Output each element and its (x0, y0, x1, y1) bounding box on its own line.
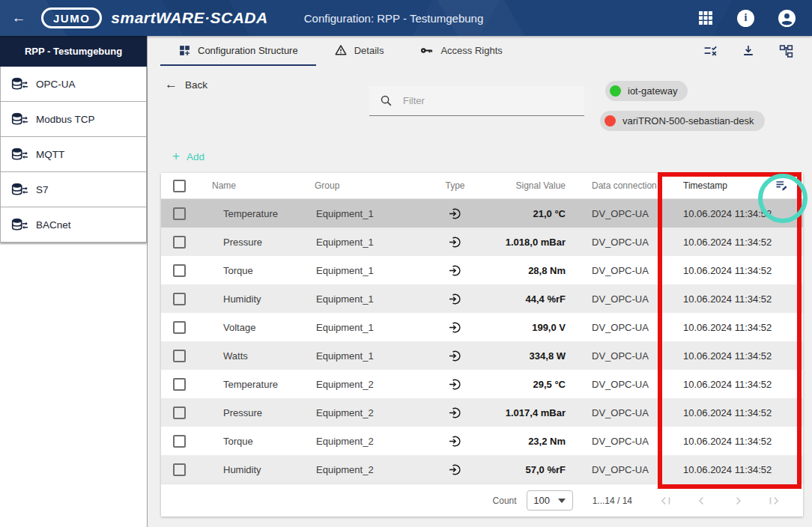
row-timestamp: 10.06.2024 11:34:52 (670, 407, 803, 418)
filter-input[interactable] (403, 95, 553, 106)
count-select[interactable]: 100 (527, 490, 573, 511)
row-checkbox[interactable] (173, 378, 186, 391)
tab-details[interactable]: Details (316, 36, 402, 66)
back-button[interactable]: ← Back (165, 77, 207, 92)
status-chip-iot-gateway[interactable]: iot-gateway (605, 81, 688, 101)
count-label: Count (493, 496, 517, 506)
table-row[interactable]: Torque Equipment_1 28,8 Nm DV_OPC-UA 10.… (161, 256, 803, 284)
apps-grid-icon[interactable] (698, 10, 713, 25)
table-row[interactable]: Humidity Equipment_1 44,4 %rF DV_OPC-UA … (161, 284, 803, 313)
select-all-checkbox[interactable] (173, 180, 186, 192)
row-checkbox[interactable] (173, 207, 186, 220)
page-range: 1...14 / 14 (593, 496, 632, 506)
sidebar-item-label: OPC-UA (36, 79, 76, 90)
input-signal-icon (419, 207, 491, 221)
column-header-data-connection[interactable]: Data connection (577, 180, 670, 191)
row-signal-value: 1.018,0 mBar (491, 237, 577, 248)
tab-access-rights[interactable]: Access Rights (402, 36, 520, 66)
table-row[interactable]: Temperature Equipment_1 21,0 °C DV_OPC-U… (161, 199, 803, 228)
table-row[interactable]: Watts Equipment_1 334,8 W DV_OPC-UA 10.0… (161, 341, 803, 370)
row-checkbox[interactable] (173, 321, 186, 334)
row-group: Equipment_1 (315, 293, 419, 305)
row-timestamp: 10.06.2024 11:34:52 (670, 322, 803, 333)
row-checkbox[interactable] (173, 463, 186, 476)
tab-label: Access Rights (440, 45, 502, 56)
last-page-icon[interactable] (767, 494, 781, 508)
status-chip-varitron[interactable]: variTRON-500-sebastian-desk (600, 111, 765, 131)
data-connection-icon (11, 147, 28, 162)
chip-label: iot-gateway (628, 85, 677, 97)
row-signal-value: 57,0 %rF (491, 464, 577, 475)
signals-table: Name Group Type Signal Value Data connec… (161, 173, 803, 517)
sidebar-item-bacnet[interactable]: BACnet (0, 207, 147, 243)
row-timestamp: 10.06.2024 11:34:52 (670, 436, 803, 447)
rule-checklist-icon[interactable] (703, 43, 718, 59)
back-arrow-icon: ← (165, 77, 178, 92)
status-dot-red (605, 115, 616, 127)
row-group: Equipment_2 (315, 407, 419, 418)
warning-icon (334, 43, 348, 57)
input-signal-icon (419, 434, 491, 448)
tab-configuration-structure[interactable]: Configuration Structure (160, 36, 316, 66)
row-name: Pressure (212, 407, 315, 418)
tab-bar: Configuration Structure Details Access R… (148, 36, 812, 66)
table-row[interactable]: Humidity Equipment_2 57,0 %rF DV_OPC-UA … (161, 455, 803, 484)
input-signal-icon (419, 463, 491, 477)
sidebar-item-mqtt[interactable]: MQTT (0, 137, 147, 172)
table-row[interactable]: Voltage Equipment_1 199,0 V DV_OPC-UA 10… (161, 313, 803, 341)
jumo-logo: JUMO (41, 7, 102, 28)
table-row[interactable]: Pressure Equipment_1 1.018,0 mBar DV_OPC… (161, 228, 803, 256)
first-page-icon[interactable] (659, 494, 673, 508)
filter-field[interactable] (369, 86, 584, 116)
column-header-name[interactable]: Name (212, 180, 315, 191)
row-checkbox[interactable] (173, 435, 186, 448)
add-label: Add (187, 151, 204, 162)
data-connection-icon (11, 218, 28, 232)
row-checkbox[interactable] (173, 293, 186, 305)
input-signal-icon (419, 349, 491, 363)
row-name: Humidity (212, 464, 315, 475)
edit-columns-icon[interactable] (775, 178, 790, 193)
row-signal-value: 1.017,4 mBar (491, 407, 577, 418)
download-icon[interactable] (741, 43, 756, 58)
chip-label: variTRON-500-sebastian-desk (622, 115, 754, 127)
row-checkbox[interactable] (173, 350, 186, 362)
product-name: smartWARE·SCADA (111, 9, 267, 27)
table-row[interactable]: Pressure Equipment_2 1.017,4 mBar DV_OPC… (161, 398, 803, 427)
row-data-connection: DV_OPC-UA (577, 293, 670, 305)
schema-tree-icon[interactable] (778, 43, 794, 59)
table-row[interactable]: Temperature Equipment_2 29,5 °C DV_OPC-U… (161, 370, 803, 398)
info-icon[interactable]: i (737, 10, 754, 27)
sidebar-item-modbus-tcp[interactable]: Modbus TCP (0, 102, 147, 137)
sidebar-item-label: S7 (36, 184, 49, 195)
chevron-down-icon (558, 499, 566, 503)
row-timestamp: 10.06.2024 11:34:52 (670, 237, 803, 248)
data-connection-icon (11, 183, 28, 197)
row-checkbox[interactable] (173, 406, 186, 419)
column-header-type[interactable]: Type (419, 180, 491, 191)
sidebar-item-s7[interactable]: S7 (0, 172, 147, 207)
sidebar-item-opc-ua[interactable]: OPC-UA (0, 67, 147, 102)
previous-page-icon[interactable] (695, 494, 709, 508)
count-value: 100 (533, 495, 550, 506)
add-button[interactable]: + Add (172, 149, 204, 164)
row-timestamp: 10.06.2024 11:34:52 (670, 464, 803, 475)
column-header-group[interactable]: Group (315, 180, 419, 191)
row-checkbox[interactable] (173, 236, 186, 249)
column-header-signal-value[interactable]: Signal Value (491, 180, 577, 191)
main-content: Configuration Structure Details Access R… (148, 36, 812, 527)
row-signal-value: 23,2 Nm (491, 436, 577, 447)
tab-label: Configuration Structure (198, 45, 298, 56)
data-connection-icon (11, 77, 28, 91)
row-group: Equipment_2 (315, 379, 419, 390)
row-group: Equipment_2 (315, 464, 419, 475)
row-signal-value: 28,8 Nm (491, 265, 577, 276)
table-row[interactable]: Torque Equipment_2 23,2 Nm DV_OPC-UA 10.… (161, 427, 803, 455)
next-page-icon[interactable] (731, 494, 745, 508)
account-icon[interactable] (778, 10, 796, 27)
row-checkbox[interactable] (173, 264, 186, 277)
input-signal-icon (419, 264, 491, 278)
back-arrow-icon[interactable]: ← (10, 9, 28, 27)
column-header-timestamp[interactable]: Timestamp (683, 180, 727, 191)
row-data-connection: DV_OPC-UA (577, 350, 670, 362)
